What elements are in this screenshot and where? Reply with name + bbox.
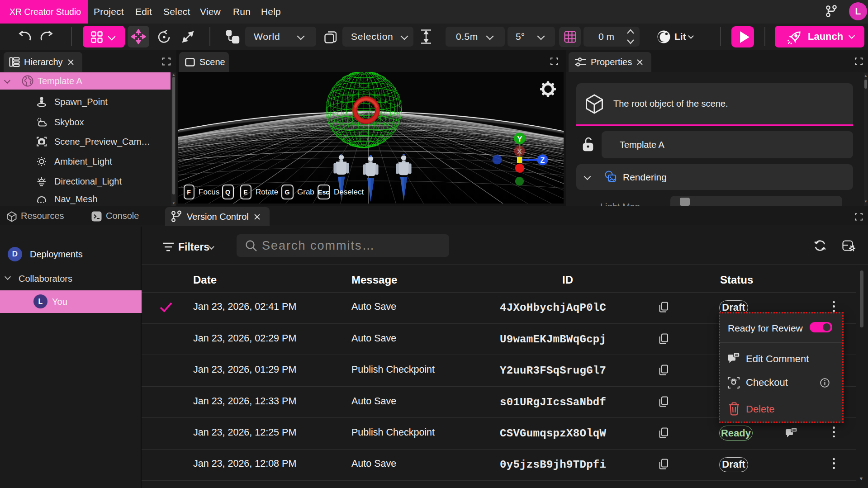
svg-text:X: X [517, 147, 522, 155]
svg-text:Y: Y [517, 135, 522, 143]
svg-text:Z: Z [541, 156, 545, 164]
